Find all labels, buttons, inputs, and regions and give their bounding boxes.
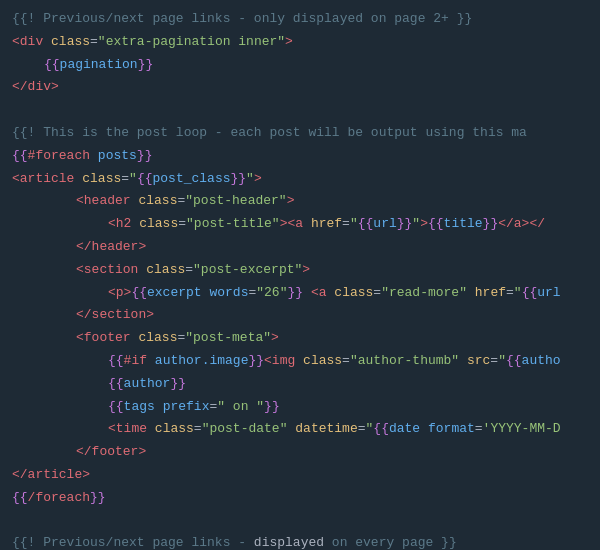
code-line-18: {{ tags prefix = " on " }}: [0, 396, 600, 419]
code-line-6: {{! This is the post loop - each post wi…: [0, 122, 600, 145]
code-line-8: <article class = " {{ post_class }} " >: [0, 168, 600, 191]
code-line-2: <div class = "extra-pagination inner" >: [0, 31, 600, 54]
code-line-11: </header>: [0, 236, 600, 259]
code-line-13: <p> {{ excerpt words = "26" }} <a class …: [0, 282, 600, 305]
code-line-3: {{ pagination }}: [0, 54, 600, 77]
code-line-5: [0, 99, 600, 122]
code-line-4: </div>: [0, 76, 600, 99]
code-editor: {{! Previous/next page links - only disp…: [0, 0, 600, 550]
code-line-23: [0, 510, 600, 533]
code-line-14: </section>: [0, 304, 600, 327]
code-line-12: <section class = "post-excerpt" >: [0, 259, 600, 282]
code-line-16: {{ #if author.image }} <img class = "aut…: [0, 350, 600, 373]
code-line-20: </footer>: [0, 441, 600, 464]
tag-open: <div: [12, 32, 43, 53]
code-line-19: <time class = "post-date" datetime = " {…: [0, 418, 600, 441]
code-line-9: <header class = "post-header" >: [0, 190, 600, 213]
code-line-7: {{ #foreach posts }}: [0, 145, 600, 168]
code-line-24: {{! Previous/next page links - displayed…: [0, 532, 600, 550]
comment-text: {{! Previous/next page links - only disp…: [12, 9, 472, 30]
code-line-1: {{! Previous/next page links - only disp…: [0, 8, 600, 31]
code-line-17: {{ author }}: [0, 373, 600, 396]
code-line-15: <footer class = "post-meta" >: [0, 327, 600, 350]
code-line-21: </article>: [0, 464, 600, 487]
code-line-22: {{ /foreach }}: [0, 487, 600, 510]
code-line-10: <h2 class = "post-title" ><a href = " {{…: [0, 213, 600, 236]
